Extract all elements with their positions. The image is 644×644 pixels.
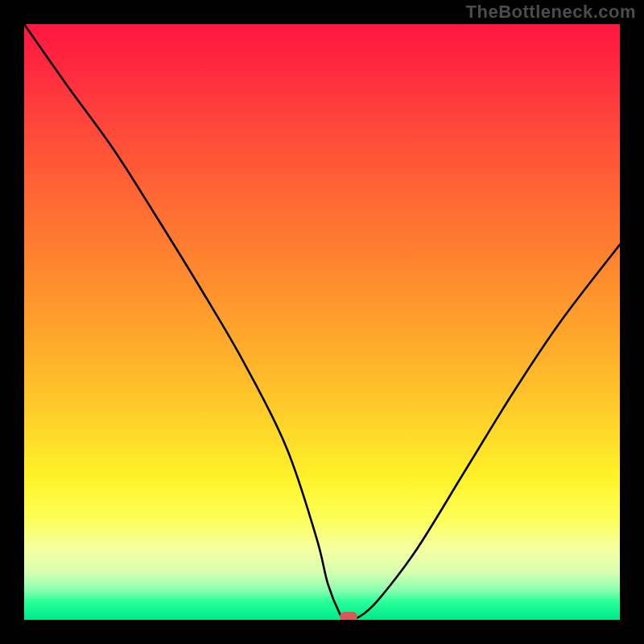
- bottleneck-curve: [24, 24, 620, 620]
- optimal-marker: [340, 612, 357, 620]
- plot-area: [24, 24, 620, 620]
- watermark-text: TheBottleneck.com: [466, 2, 636, 23]
- chart-frame: TheBottleneck.com: [0, 0, 644, 644]
